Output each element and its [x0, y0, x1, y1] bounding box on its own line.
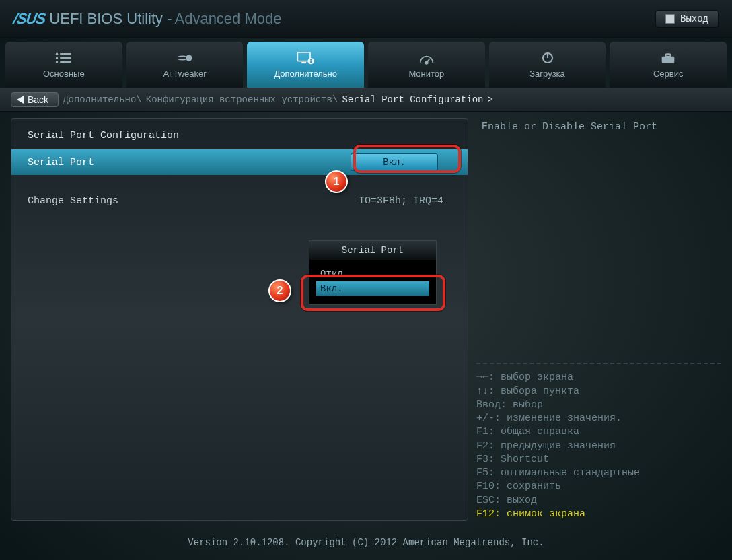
app-subtitle: Advanced Mode — [174, 10, 281, 28]
hint-line: F5: оптимальные стандартные — [476, 466, 721, 480]
toolbox-icon — [659, 51, 678, 65]
svg-rect-8 — [301, 61, 306, 63]
dropdown-title: Serial Port — [309, 241, 436, 260]
hint-line: F10: сохранить — [476, 480, 721, 493]
tab-monitor[interactable]: Монитор — [368, 42, 485, 88]
back-arrow-icon — [17, 96, 24, 104]
tab-boot[interactable]: Загрузка — [489, 42, 606, 88]
exit-label: Выход — [680, 13, 708, 24]
crumb-caret: > — [487, 94, 492, 105]
svg-point-0 — [56, 53, 59, 55]
key-hints: →←: выбор экрана ↑↓: выбора пункта Ввод:… — [476, 363, 721, 521]
svg-rect-17 — [666, 54, 671, 57]
svg-rect-3 — [60, 57, 71, 58]
hint-line: F2: предыдущие значения — [476, 440, 721, 453]
serial-port-value-button[interactable]: Вкл. — [351, 153, 438, 171]
crumb-segment-1[interactable]: Дополнительно\ — [63, 94, 142, 105]
dropdown-body: Откл. Вкл. — [309, 260, 436, 304]
hint-line: +/-: изменение значения. — [476, 412, 721, 425]
svg-rect-5 — [60, 61, 71, 62]
change-settings-value: IO=3F8h; IRQ=4 — [351, 195, 451, 207]
tab-main[interactable]: Основные — [5, 42, 122, 88]
hint-line: Ввод: выбор — [476, 398, 721, 412]
hint-line: F3: Shortcut — [476, 453, 721, 466]
power-icon — [538, 51, 557, 65]
exit-button[interactable]: Выход — [655, 10, 719, 28]
crumb-current: Serial Port Configuration — [342, 94, 483, 105]
header-bar: /SUS UEFI BIOS Utility - Advanced Mode В… — [0, 0, 732, 38]
tab-label: Дополнительно — [274, 69, 337, 79]
svg-point-2 — [56, 57, 59, 59]
setting-change-settings[interactable]: Change Settings IO=3F8h; IRQ=4 — [11, 191, 468, 211]
svg-point-4 — [56, 61, 59, 63]
svg-point-6 — [186, 55, 192, 61]
list-icon — [54, 51, 73, 65]
hint-line: →←: выбор экрана — [476, 371, 721, 384]
tab-label: Монитор — [408, 69, 444, 79]
tab-label: Ai Tweaker — [163, 69, 206, 79]
hint-line: ESC: выход — [476, 494, 721, 508]
footer-text: Version 2.10.1208. Copyright (C) 2012 Am… — [0, 537, 732, 548]
monitor-info-icon — [296, 51, 315, 65]
help-text: Enable or Disable Serial Port — [476, 118, 721, 135]
help-panel: Enable or Disable Serial Port →←: выбор … — [476, 118, 721, 521]
tab-label: Основные — [43, 69, 85, 79]
hint-line: F1: общая справка — [476, 425, 721, 439]
settings-panel: Serial Port Configuration Serial Port Вк… — [11, 118, 468, 521]
serial-port-dropdown: Serial Port Откл. Вкл. — [309, 240, 437, 305]
asus-logo: /SUS — [12, 10, 47, 28]
svg-rect-1 — [60, 53, 71, 55]
setting-label: Serial Port — [28, 157, 351, 168]
annotation-badge-2: 2 — [268, 279, 291, 302]
annotation-badge-1: 1 — [325, 170, 348, 193]
app-title: UEFI BIOS Utility - — [49, 10, 172, 28]
breadcrumb: Back Дополнительно\ Конфигурация встроен… — [0, 88, 732, 112]
dropdown-option-on[interactable]: Вкл. — [316, 281, 429, 296]
tab-label: Сервис — [653, 69, 684, 79]
setting-label: Change Settings — [28, 195, 351, 207]
hint-line: ↑↓: выбора пункта — [476, 385, 721, 398]
serial-port-value: Вкл. — [383, 157, 406, 168]
crumb-segment-2[interactable]: Конфигурация встроенных устройств\ — [146, 94, 338, 105]
tab-tools[interactable]: Сервис — [610, 42, 727, 88]
tab-label: Загрузка — [529, 69, 565, 79]
tab-row: Основные Ai Tweaker Дополнительно Монито… — [0, 38, 732, 88]
exit-icon — [665, 14, 675, 24]
setting-serial-port[interactable]: Serial Port Вкл. — [11, 149, 468, 175]
svg-rect-10 — [310, 59, 312, 60]
tab-advanced[interactable]: Дополнительно — [247, 42, 364, 88]
gauge-icon — [417, 51, 436, 65]
back-button[interactable]: Back — [11, 92, 59, 107]
main-area: Serial Port Configuration Serial Port Вк… — [0, 112, 732, 521]
hint-line-f12: F12: снимок экрана — [476, 508, 721, 521]
section-title: Serial Port Configuration — [11, 127, 468, 144]
back-label: Back — [28, 94, 48, 105]
tab-ai-tweaker[interactable]: Ai Tweaker — [126, 42, 244, 88]
svg-rect-11 — [310, 61, 312, 63]
svg-rect-16 — [662, 56, 675, 62]
comet-icon — [176, 51, 194, 65]
dropdown-option-off[interactable]: Откл. — [316, 267, 429, 281]
